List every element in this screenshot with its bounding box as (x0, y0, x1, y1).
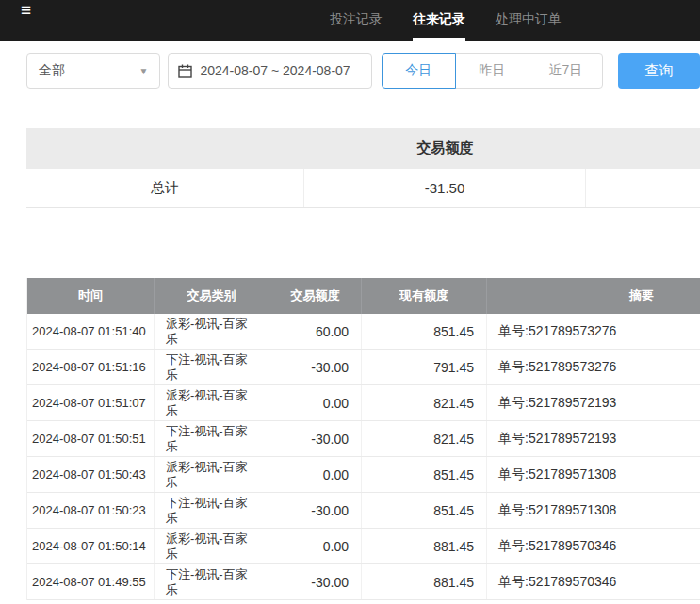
last-7-days-button[interactable]: 近7日 (529, 53, 603, 89)
cell-amount: 0.00 (269, 457, 362, 492)
cell-summary: 单号:521789573276 (487, 314, 700, 349)
cell-category: 派彩-视讯-百家乐 (155, 385, 269, 420)
table-row: 2024-08-07 01:51:07 派彩-视讯-百家乐 0.00 821.4… (27, 385, 700, 421)
table-row: 2024-08-07 01:50:43 派彩-视讯-百家乐 0.00 851.4… (27, 457, 700, 493)
cell-time: 2024-08-07 01:49:55 (27, 564, 155, 599)
chevron-down-icon: ▼ (139, 66, 149, 76)
table-row: 2024-08-07 01:51:40 派彩-视讯-百家乐 60.00 851.… (27, 314, 700, 350)
app-root: ≡ 投注记录 往来记录 处理中订单 全部 ▼ 2024-08-07 ~ 2024… (0, 0, 700, 600)
cell-summary: 单号:521789570346 (487, 564, 700, 599)
cell-balance: 851.45 (362, 457, 487, 492)
cell-amount: -30.00 (269, 564, 362, 599)
summary-header-row: 交易额度 (26, 128, 700, 169)
cell-category: 下注-视讯-百家乐 (155, 421, 269, 456)
cell-summary: 单号:521789571308 (487, 457, 700, 492)
date-range-input[interactable]: 2024-08-07 ~ 2024-08-07 (168, 53, 371, 89)
cell-category: 下注-视讯-百家乐 (155, 350, 269, 384)
cell-balance: 881.45 (362, 564, 487, 599)
table-row: 2024-08-07 01:51:16 下注-视讯-百家乐 -30.00 791… (27, 350, 700, 385)
transactions-table: 时间 交易类别 交易额度 现有额度 摘要 2024-08-07 01:51:40… (26, 278, 700, 600)
cell-category: 派彩-视讯-百家乐 (155, 314, 269, 349)
summary-total-cutoff (586, 169, 700, 207)
type-select-value: 全部 (39, 62, 65, 79)
cell-amount: -30.00 (269, 421, 362, 456)
filter-bar: 全部 ▼ 2024-08-07 ~ 2024-08-07 今日 昨日 近7日 查… (0, 41, 700, 89)
calendar-icon (178, 64, 192, 78)
cell-amount: 60.00 (269, 314, 362, 349)
summary-table: 交易额度 总计 -31.50 (26, 128, 700, 208)
cell-time: 2024-08-07 01:50:23 (27, 493, 155, 528)
cell-summary: 单号:521789572193 (487, 421, 700, 456)
cell-summary: 单号:521789573276 (487, 350, 700, 384)
col-header-amount: 交易额度 (269, 278, 362, 314)
cell-summary: 单号:521789571308 (487, 493, 700, 528)
cell-category: 下注-视讯-百家乐 (155, 564, 269, 599)
cell-category: 派彩-视讯-百家乐 (155, 457, 269, 492)
cell-time: 2024-08-07 01:51:40 (27, 314, 155, 349)
table-row: 2024-08-07 01:49:55 下注-视讯-百家乐 -30.00 881… (27, 564, 700, 600)
cell-category: 派彩-视讯-百家乐 (155, 529, 269, 563)
cell-time: 2024-08-07 01:51:07 (27, 385, 155, 420)
quick-date-buttons: 今日 昨日 近7日 (382, 53, 603, 89)
table-row: 2024-08-07 01:50:23 下注-视讯-百家乐 -30.00 851… (27, 493, 700, 529)
col-header-category: 交易类别 (155, 278, 269, 314)
today-button[interactable]: 今日 (382, 53, 456, 89)
top-navigation-bar: ≡ 投注记录 往来记录 处理中订单 (0, 0, 700, 41)
cell-category: 下注-视讯-百家乐 (155, 493, 269, 528)
query-button[interactable]: 查询 (618, 53, 700, 89)
cell-amount: -30.00 (269, 350, 362, 384)
summary-header-cutoff (586, 128, 700, 169)
summary-total-amount: -31.50 (304, 169, 586, 207)
cell-time: 2024-08-07 01:51:16 (27, 350, 155, 384)
cell-summary: 单号:521789570346 (487, 529, 700, 563)
col-header-summary: 摘要 (487, 278, 700, 314)
summary-header-amount: 交易额度 (304, 128, 586, 169)
cell-time: 2024-08-07 01:50:51 (27, 421, 155, 456)
table-row: 2024-08-07 01:50:14 派彩-视讯-百家乐 0.00 881.4… (27, 529, 700, 564)
yesterday-button[interactable]: 昨日 (455, 53, 529, 89)
date-range-value: 2024-08-07 ~ 2024-08-07 (200, 63, 350, 78)
cell-amount: 0.00 (269, 385, 362, 420)
tab-processing-orders[interactable]: 处理中订单 (496, 0, 562, 41)
tab-transaction-records[interactable]: 往来记录 (413, 0, 465, 41)
col-header-time: 时间 (27, 278, 155, 314)
table-row: 2024-08-07 01:50:51 下注-视讯-百家乐 -30.00 821… (27, 421, 700, 457)
tab-bet-records[interactable]: 投注记录 (330, 0, 383, 41)
hamburger-menu-icon[interactable]: ≡ (21, 1, 31, 19)
cell-amount: 0.00 (269, 529, 362, 563)
type-select[interactable]: 全部 ▼ (26, 53, 160, 89)
cell-time: 2024-08-07 01:50:43 (27, 457, 155, 492)
col-header-balance: 现有额度 (362, 278, 487, 314)
cell-balance: 821.45 (362, 385, 487, 420)
summary-total-label: 总计 (26, 169, 304, 207)
cell-balance: 851.45 (362, 493, 487, 528)
cell-balance: 821.45 (362, 421, 487, 456)
table-header-row: 时间 交易类别 交易额度 现有额度 摘要 (27, 278, 700, 314)
summary-total-row: 总计 -31.50 (26, 169, 700, 208)
cell-balance: 881.45 (362, 529, 487, 563)
cell-balance: 791.45 (362, 350, 487, 384)
record-tabs: 投注记录 往来记录 处理中订单 (330, 0, 562, 41)
cell-summary: 单号:521789572193 (487, 385, 700, 420)
cell-balance: 851.45 (362, 314, 487, 349)
cell-amount: -30.00 (269, 493, 362, 528)
cell-time: 2024-08-07 01:50:14 (27, 529, 155, 563)
summary-header-blank (26, 128, 304, 169)
